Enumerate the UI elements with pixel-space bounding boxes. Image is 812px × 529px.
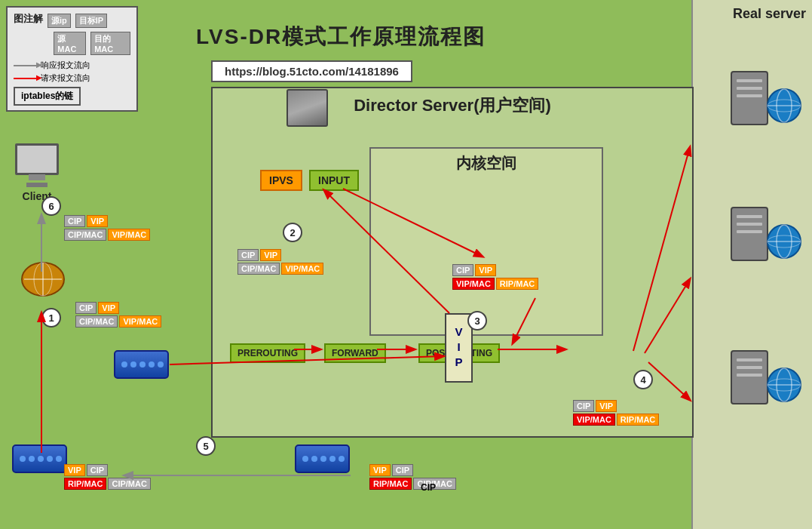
pkt-cip-3: CIP	[452, 264, 473, 276]
legend-dst-mac: 目的MAC	[90, 32, 130, 55]
pkt-vipmac-6: VIP/MAC	[108, 229, 150, 241]
svg-rect-40	[737, 366, 762, 369]
cip-bottom-label: CIP	[421, 482, 436, 493]
pkt-cipmac-2: CIP/MAC	[237, 263, 280, 275]
svg-point-7	[38, 456, 44, 462]
response-arrow-icon	[14, 65, 36, 66]
forward-button[interactable]: FORWARD	[324, 343, 386, 363]
pkt-ripmac-5a: RIP/MAC	[64, 478, 106, 490]
svg-rect-33	[737, 230, 762, 233]
svg-point-15	[339, 456, 345, 462]
svg-rect-31	[737, 215, 762, 218]
real-server-label: Real server	[733, 6, 806, 22]
svg-point-17	[121, 361, 127, 368]
director-server-icon	[286, 89, 328, 127]
switch-icon-left	[11, 444, 68, 477]
real-server-3	[728, 347, 803, 433]
pkt-group-4: CIP VIP VIP/MAC RIP/MAC	[573, 400, 659, 426]
pkt-ripmac-3: RIP/MAC	[496, 278, 538, 290]
pkt-cipmac-6: CIP/MAC	[64, 229, 106, 241]
kernel-box: 内核空间	[369, 147, 603, 336]
prerouting-button[interactable]: PREROUTING	[230, 343, 305, 363]
pkt-vip-5b: VIP	[369, 464, 391, 476]
router-icon	[17, 257, 69, 305]
step-6-circle: 6	[41, 196, 61, 216]
switch-icon-step1	[113, 349, 170, 383]
svg-rect-25	[737, 94, 762, 97]
pkt-cipmac-5a: CIP/MAC	[108, 478, 150, 490]
ipvs-button[interactable]: IPVS	[260, 170, 302, 191]
pkt-group-5a: VIP CIP RIP/MAC CIP/MAC	[64, 464, 151, 490]
pkt-vip-2: VIP	[260, 249, 281, 261]
svg-rect-41	[737, 374, 762, 377]
pkt-vip-1: VIP	[98, 302, 119, 314]
pkt-group-3a: CIP VIP VIP/MAC RIP/MAC	[452, 264, 538, 290]
svg-point-19	[139, 361, 146, 368]
subtitle-url: https://blog.51cto.com/14181896	[211, 60, 412, 82]
pkt-vip-4: VIP	[596, 400, 617, 412]
pkt-group-2: CIP VIP CIP/MAC VIP/MAC	[237, 249, 323, 275]
pkt-cip-5a: CIP	[87, 464, 108, 476]
svg-point-18	[130, 361, 136, 368]
legend-src-mac: 源MAC	[54, 32, 86, 55]
pkt-cip-2: CIP	[237, 249, 259, 261]
pkt-vipmac-4: VIP/MAC	[573, 414, 615, 426]
step-1-circle: 1	[41, 308, 61, 328]
pkt-cip-5b: CIP	[392, 464, 413, 476]
step-2-circle: 2	[283, 223, 302, 242]
svg-rect-32	[737, 223, 762, 226]
pkt-cipmac-1: CIP/MAC	[75, 315, 118, 328]
legend-dst-ip: 目标IP	[75, 14, 107, 28]
legend-response-row: 响应报文流向	[14, 60, 130, 71]
svg-point-13	[320, 456, 326, 462]
director-title: Director Server(用户空间)	[213, 88, 692, 117]
kernel-title: 内核空间	[371, 149, 602, 174]
legend-title: 图注解	[14, 12, 43, 26]
real-server-1	[728, 68, 803, 154]
switch-icon-middle	[294, 444, 351, 477]
svg-rect-24	[737, 87, 762, 90]
svg-point-20	[149, 361, 155, 368]
svg-rect-39	[737, 358, 762, 361]
pkt-group-5b: VIP CIP RIP/MAC CIP/MAC	[369, 464, 456, 490]
step-5-circle: 5	[196, 436, 216, 456]
pkt-vipmac-1: VIP/MAC	[119, 315, 161, 328]
legend-src-ip: 源ip	[47, 14, 71, 28]
pkt-cip-4: CIP	[573, 400, 594, 412]
svg-point-9	[56, 456, 62, 462]
pkt-vip-3: VIP	[475, 264, 496, 276]
pkt-ripmac-4: RIP/MAC	[617, 414, 659, 426]
pkt-group-6: CIP VIP CIP/MAC VIP/MAC	[64, 215, 150, 241]
main-title: LVS-DR模式工作原理流程图	[196, 23, 486, 51]
pkt-vipmac-3: VIP/MAC	[452, 278, 495, 290]
pkt-vip-6: VIP	[87, 215, 108, 227]
input-button[interactable]: INPUT	[309, 170, 359, 191]
iptables-tag: iptables的链	[14, 87, 81, 106]
svg-point-5	[20, 456, 26, 462]
legend-request-row: 请求报文流向	[14, 72, 130, 84]
pkt-ripmac-5b: RIP/MAC	[369, 478, 412, 490]
client-icon: Client	[15, 143, 59, 202]
step-3-circle: 3	[467, 311, 487, 331]
legend-response-text: 响应报文流向	[41, 60, 90, 71]
svg-rect-23	[737, 79, 762, 82]
step-4-circle: 4	[633, 370, 653, 389]
pkt-vipmac-2: VIP/MAC	[281, 263, 323, 275]
svg-point-6	[29, 456, 35, 462]
legend-request-text: 请求报文流向	[41, 72, 90, 84]
svg-point-21	[158, 361, 164, 368]
real-server-2	[728, 204, 803, 290]
legend-box: 图注解 源ip 目标IP 源MAC 目的MAC 响应报文流向 请求报文流向 ip…	[6, 6, 138, 112]
pkt-cip-1: CIP	[75, 302, 97, 314]
svg-point-11	[302, 456, 308, 462]
pkt-vip-5a: VIP	[64, 464, 85, 476]
svg-point-8	[47, 456, 53, 462]
svg-point-14	[329, 456, 336, 462]
pkt-group-1a: CIP VIP CIP/MAC VIP/MAC	[75, 302, 161, 328]
svg-point-12	[311, 456, 317, 462]
request-arrow-icon	[14, 78, 36, 79]
pkt-cip-6: CIP	[64, 215, 85, 227]
